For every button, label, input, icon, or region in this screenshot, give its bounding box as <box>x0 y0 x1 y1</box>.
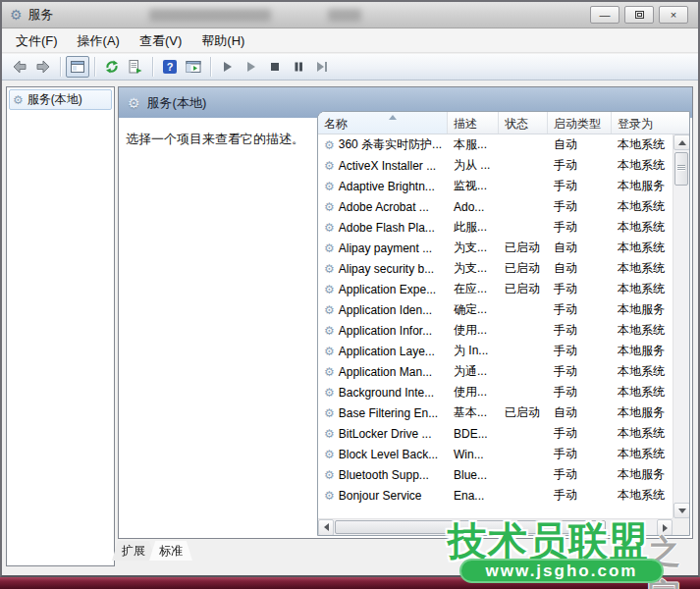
resume-service-button[interactable] <box>240 56 263 78</box>
sort-ascending-icon <box>389 115 397 120</box>
service-row[interactable]: ⚙Background Inte... 使用... 手动 本地系统 <box>318 382 673 402</box>
service-description: 确定... <box>448 301 499 318</box>
column-header-startup-type[interactable]: 启动类型 <box>548 112 612 134</box>
title-bar[interactable]: ⚙ 服务 — × <box>2 2 698 28</box>
service-gear-icon: ⚙ <box>324 222 335 234</box>
service-logon-as: 本地服务 <box>612 178 673 194</box>
restart-service-button[interactable] <box>310 56 334 78</box>
service-description: Blue... <box>448 468 499 482</box>
stop-service-button[interactable] <box>263 56 287 78</box>
minimize-button[interactable]: — <box>590 6 619 24</box>
tab-extended[interactable]: 扩展 <box>112 541 155 561</box>
service-row[interactable]: ⚙Application Expe... 在应... 已启动 手动 本地系统 <box>318 279 673 299</box>
service-startup-type: 手动 <box>548 384 612 401</box>
service-status: 已启动 <box>499 240 548 256</box>
service-name: Application Laye... <box>339 345 435 358</box>
restart-icon <box>314 59 330 75</box>
service-row[interactable]: ⚙360 杀毒实时防护... 本服... 自动 本地系统 <box>318 134 673 155</box>
service-row[interactable]: ⚙Alipay security b... 为支... 已启动 自动 本地系统 <box>318 258 673 279</box>
vertical-scroll-thumb[interactable] <box>674 152 688 186</box>
back-button[interactable] <box>8 56 31 78</box>
menu-help[interactable]: 帮助(H) <box>191 29 254 53</box>
tab-standard[interactable]: 标准 <box>149 541 192 561</box>
service-row[interactable]: ⚙Base Filtering En... 基本... 已启动 自动 本地服务 <box>318 402 673 423</box>
column-header-description[interactable]: 描述 <box>448 112 499 134</box>
window-title: 服务 <box>28 6 54 24</box>
service-row[interactable]: ⚙BitLocker Drive ... BDE... 手动 本地系统 <box>318 423 673 444</box>
close-button[interactable]: × <box>659 6 688 24</box>
blurred-text <box>328 9 361 22</box>
column-header-status[interactable]: 状态 <box>499 112 548 134</box>
forward-arrow-icon <box>35 59 51 75</box>
vertical-scrollbar[interactable] <box>673 134 689 518</box>
export-list-button[interactable] <box>124 56 147 78</box>
service-description: 为支... <box>448 240 499 256</box>
console-window-icon <box>70 59 85 75</box>
toolbar-separator <box>94 57 95 77</box>
service-description: BDE... <box>448 427 499 441</box>
service-startup-type: 自动 <box>548 260 612 277</box>
menu-view[interactable]: 查看(V) <box>130 29 191 53</box>
service-row[interactable]: ⚙Application Iden... 确定... 手动 本地服务 <box>318 299 673 320</box>
service-row[interactable]: ⚙Bonjour Service Ena... 手动 本地系统 <box>318 485 673 506</box>
service-row[interactable]: ⚙Bluetooth Supp... Blue... 手动 本地服务 <box>318 464 673 485</box>
show-console-tree-button[interactable] <box>66 56 89 78</box>
service-name: Adobe Flash Pla... <box>339 221 435 235</box>
service-gear-icon: ⚙ <box>324 346 335 357</box>
service-startup-type: 手动 <box>548 487 612 504</box>
service-logon-as: 本地系统 <box>612 240 673 256</box>
service-gear-icon: ⚙ <box>324 201 335 213</box>
scroll-right-button[interactable] <box>657 519 673 536</box>
tree-item-services-local[interactable]: ⚙ 服务(本地) <box>9 89 112 110</box>
refresh-button[interactable] <box>100 56 124 78</box>
service-row[interactable]: ⚙ActiveX Installer ... 为从 ... 手动 本地系统 <box>318 155 673 176</box>
service-row[interactable]: ⚙Alipay payment ... 为支... 已启动 自动 本地系统 <box>318 238 673 258</box>
column-header-name[interactable]: 名称 <box>318 112 448 134</box>
column-header-logon-as[interactable]: 登录为 <box>612 112 689 134</box>
svg-text:?: ? <box>167 61 174 73</box>
service-row[interactable]: ⚙Adobe Flash Pla... 此服... 手动 本地系统 <box>318 217 673 238</box>
service-name: Bluetooth Supp... <box>339 468 429 482</box>
service-startup-type: 手动 <box>548 198 612 215</box>
service-description: 使用... <box>448 384 499 401</box>
scroll-down-button[interactable] <box>673 503 690 518</box>
forward-button[interactable] <box>31 56 55 78</box>
service-description: 此服... <box>448 219 499 236</box>
menu-action[interactable]: 操作(A) <box>68 29 130 53</box>
scroll-left-button[interactable] <box>318 519 334 536</box>
service-logon-as: 本地服务 <box>612 466 673 483</box>
service-startup-type: 手动 <box>548 322 612 339</box>
service-gear-icon: ⚙ <box>324 242 335 254</box>
pause-service-button[interactable] <box>287 56 310 78</box>
service-row[interactable]: ⚙Adaptive Brightn... 监视... 手动 本地服务 <box>318 176 673 196</box>
maximize-button[interactable] <box>624 6 654 24</box>
menu-file[interactable]: 文件(F) <box>6 29 68 53</box>
service-startup-type: 自动 <box>548 136 612 153</box>
blurred-text <box>149 9 271 22</box>
service-row[interactable]: ⚙Application Laye... 为 In... 手动 本地服务 <box>318 341 673 361</box>
horizontal-scrollbar[interactable] <box>318 518 673 535</box>
show-hide-pane-button[interactable] <box>182 56 205 78</box>
service-gear-icon: ⚙ <box>324 407 335 419</box>
stop-icon <box>267 59 283 75</box>
service-logon-as: 本地系统 <box>612 487 673 504</box>
service-logon-as: 本地系统 <box>612 425 673 442</box>
horizontal-scroll-thumb[interactable] <box>335 520 606 534</box>
service-row[interactable]: ⚙Application Infor... 使用... 手动 本地系统 <box>318 320 673 341</box>
service-logon-as: 本地系统 <box>612 322 673 339</box>
service-row[interactable]: ⚙Application Man... 为通... 手动 本地系统 <box>318 361 673 382</box>
scroll-up-button[interactable] <box>673 134 690 150</box>
service-gear-icon: ⚙ <box>324 284 335 295</box>
scroll-down-icon <box>678 509 686 513</box>
service-rows: ⚙360 杀毒实时防护... 本服... 自动 本地系统 ⚙ActiveX In… <box>318 134 673 518</box>
export-list-icon <box>128 59 143 75</box>
service-gear-icon: ⚙ <box>324 387 335 399</box>
description-hint: 选择一个项目来查看它的描述。 <box>126 131 304 148</box>
help-button[interactable]: ? <box>158 56 182 78</box>
start-service-button[interactable] <box>216 56 240 78</box>
service-row[interactable]: ⚙Block Level Back... Win... 手动 本地系统 <box>318 444 673 464</box>
service-gear-icon: ⚙ <box>324 160 335 172</box>
service-logon-as: 本地系统 <box>612 198 673 215</box>
service-gear-icon: ⚙ <box>324 181 335 192</box>
service-row[interactable]: ⚙Adobe Acrobat ... Ado... 手动 本地系统 <box>318 196 673 217</box>
